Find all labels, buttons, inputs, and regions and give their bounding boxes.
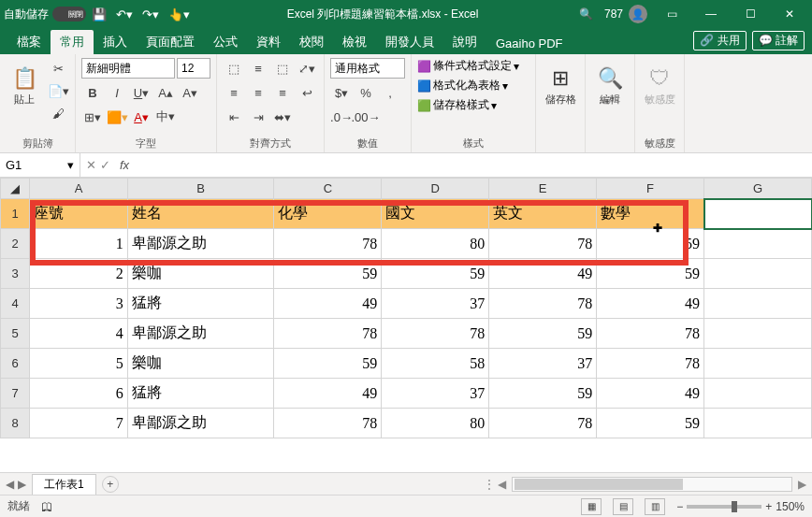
cell-G1-selected[interactable] (704, 199, 812, 229)
row-header[interactable]: 4 (1, 289, 30, 319)
cell[interactable]: 49 (597, 379, 704, 409)
bold-button[interactable]: B (81, 82, 104, 103)
col-header-D[interactable]: D (382, 179, 489, 199)
spreadsheet-grid[interactable]: ◢ABCDEFG 1座號姓名化學國文英文數學21卑鄙源之助7880785932樂… (0, 178, 812, 438)
borders-icon[interactable]: ⊞▾ (81, 107, 104, 127)
cell[interactable]: 5 (30, 349, 127, 379)
align-middle-icon[interactable]: ≡ (247, 58, 269, 79)
col-header-F[interactable]: F (597, 179, 704, 199)
select-all-triangle[interactable]: ◢ (1, 179, 30, 199)
cell[interactable]: 80 (382, 409, 489, 438)
tab-review[interactable]: 校閱 (290, 30, 333, 54)
cell[interactable]: 卑鄙源之助 (127, 229, 274, 259)
cell[interactable]: 59 (489, 319, 597, 349)
cell[interactable]: 猛將 (127, 379, 274, 409)
copy-icon[interactable]: 📄▾ (47, 80, 69, 101)
cell[interactable]: 3 (30, 289, 127, 319)
autosave-toggle[interactable]: 自動儲存 關閉 (4, 7, 86, 22)
align-center-icon[interactable]: ≡ (247, 82, 269, 103)
zoom-slider[interactable] (687, 505, 761, 509)
cell[interactable] (704, 229, 812, 259)
tab-view[interactable]: 檢視 (333, 30, 376, 54)
cell[interactable]: 80 (382, 229, 489, 259)
col-header-G[interactable]: G (704, 179, 812, 199)
close-button[interactable]: ✕ (771, 0, 808, 28)
col-header-E[interactable]: E (489, 179, 597, 199)
zoom-in-button[interactable]: + (765, 500, 772, 513)
hscroll-thumb[interactable] (515, 479, 683, 490)
cell[interactable]: 78 (274, 229, 382, 259)
cell[interactable]: 49 (597, 289, 704, 319)
align-right-icon[interactable]: ≡ (271, 82, 294, 103)
row-header[interactable]: 3 (1, 259, 30, 289)
tab-insert[interactable]: 插入 (94, 30, 137, 54)
view-normal-icon[interactable]: ▦ (581, 498, 602, 515)
minimize-button[interactable]: — (692, 0, 730, 28)
editing-button[interactable]: 🔍編輯 (591, 58, 629, 114)
name-box[interactable]: G1▾ (0, 153, 80, 177)
tab-home[interactable]: 常用 (51, 30, 94, 54)
cell[interactable]: 59 (274, 349, 382, 379)
italic-button[interactable]: I (106, 82, 128, 103)
cell[interactable]: 78 (382, 319, 489, 349)
fx-icon[interactable]: fx (116, 158, 133, 172)
new-sheet-button[interactable]: + (102, 476, 119, 493)
wrap-text-icon[interactable]: ↩ (296, 82, 318, 103)
search-icon[interactable]: 🔍 (579, 7, 593, 21)
number-format-select[interactable] (330, 58, 405, 79)
row-header[interactable]: 1 (1, 199, 30, 229)
cell[interactable]: 4 (30, 319, 127, 349)
cell[interactable]: 78 (489, 409, 597, 438)
sheet-tab-1[interactable]: 工作表1 (32, 474, 96, 495)
row-header[interactable]: 7 (1, 379, 30, 409)
row-header[interactable]: 8 (1, 409, 30, 438)
conditional-format-button[interactable]: 🟪條件式格式設定▾ (417, 58, 519, 74)
header-cell[interactable]: 國文 (382, 199, 489, 229)
cell[interactable]: 78 (597, 349, 704, 379)
header-cell[interactable]: 英文 (489, 199, 597, 229)
cell[interactable]: 37 (382, 379, 489, 409)
col-header-C[interactable]: C (274, 179, 382, 199)
col-header-A[interactable]: A (30, 179, 127, 199)
maximize-button[interactable]: ☐ (732, 0, 769, 28)
row-header[interactable]: 5 (1, 319, 30, 349)
cell[interactable] (704, 259, 812, 289)
autosave-switch-off[interactable]: 關閉 (52, 7, 86, 22)
align-top-icon[interactable]: ⬚ (223, 58, 245, 79)
font-color-icon[interactable]: A▾ (130, 107, 152, 127)
cell[interactable]: 59 (274, 259, 382, 289)
cell[interactable]: 78 (274, 409, 382, 438)
cut-icon[interactable]: ✂ (47, 58, 69, 79)
tab-formulas[interactable]: 公式 (204, 30, 247, 54)
comments-button[interactable]: 💬 註解 (752, 31, 805, 50)
cell[interactable]: 78 (274, 319, 382, 349)
cell[interactable]: 猛將 (127, 289, 274, 319)
cell[interactable]: 37 (489, 349, 597, 379)
cancel-formula-icon[interactable]: ✕ (86, 158, 96, 172)
tab-gaaiho[interactable]: Gaaiho PDF (486, 33, 573, 54)
cell[interactable] (704, 319, 812, 349)
cell[interactable] (704, 289, 812, 319)
cell[interactable]: 37 (382, 289, 489, 319)
percent-icon[interactable]: % (355, 82, 377, 103)
increase-decimal-icon[interactable]: .0→ (330, 107, 353, 127)
undo-icon[interactable]: ↶▾ (116, 7, 133, 22)
tab-layout[interactable]: 頁面配置 (137, 30, 204, 54)
accessibility-icon[interactable]: 🕮 (41, 500, 52, 513)
paste-button[interactable]: 📋貼上 (6, 58, 43, 114)
align-left-icon[interactable]: ≡ (223, 82, 245, 103)
header-cell[interactable]: 姓名 (127, 199, 274, 229)
increase-indent-icon[interactable]: ⇥ (247, 107, 269, 127)
comma-icon[interactable]: , (379, 82, 401, 103)
ribbon-display-icon[interactable]: ▭ (653, 0, 690, 28)
header-cell[interactable]: 座號 (30, 199, 127, 229)
orientation-icon[interactable]: ⤢▾ (296, 58, 318, 79)
touch-mode-icon[interactable]: 👆▾ (168, 7, 190, 22)
cell[interactable]: 59 (382, 259, 489, 289)
horizontal-scrollbar[interactable] (512, 477, 792, 492)
zoom-out-button[interactable]: − (676, 500, 683, 513)
cell[interactable]: 7 (30, 409, 127, 438)
underline-button[interactable]: U▾ (130, 82, 152, 103)
tab-help[interactable]: 說明 (443, 30, 486, 54)
format-as-table-button[interactable]: 🟦格式化為表格▾ (417, 78, 508, 93)
